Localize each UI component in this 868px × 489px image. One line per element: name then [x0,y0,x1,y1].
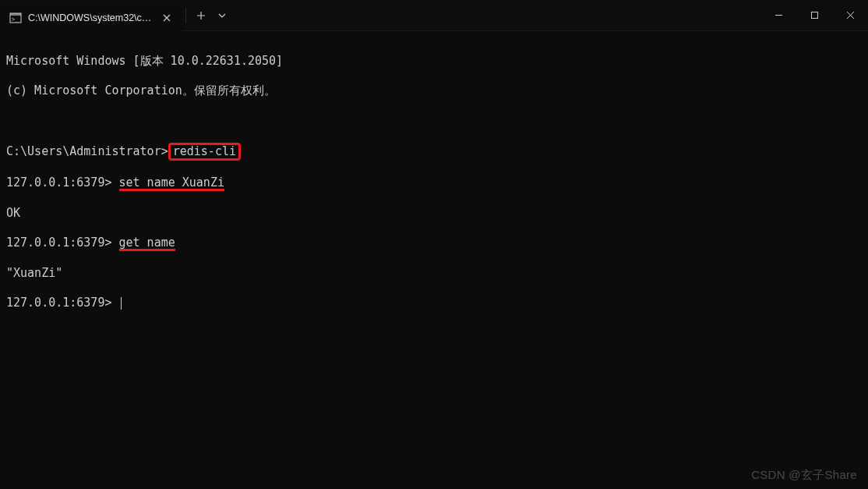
terminal-line: C:\Users\Administrator>redis-cli [6,143,862,161]
cmd-prompt: C:\Users\Administrator> [6,144,168,158]
highlighted-command: get name [119,237,175,251]
maximize-button[interactable] [796,0,832,30]
svg-rect-1 [10,13,21,16]
minimize-button[interactable] [760,0,796,30]
svg-text:>_: >_ [12,16,19,23]
svg-rect-3 [811,12,817,19]
titlebar: >_ C:\WINDOWS\system32\cmd. [0,0,868,31]
cmd-icon: >_ [9,12,22,24]
tab-dropdown-button[interactable] [213,4,231,27]
terminal-output[interactable]: Microsoft Windows [版本 10.0.22631.2050] (… [0,31,868,333]
terminal-line: "XuanZi" [6,266,862,281]
redis-prompt: 127.0.0.1:6379> [6,236,119,250]
redis-prompt: 127.0.0.1:6379> [6,175,119,190]
terminal-line: Microsoft Windows [版本 10.0.22631.2050] [6,54,862,69]
highlighted-command: set name XuanZi [119,177,224,191]
window-controls [760,0,868,30]
titlebar-left: >_ C:\WINDOWS\system32\cmd. [0,0,231,30]
terminal-line: 127.0.0.1:6379> [6,296,862,310]
highlighted-command: redis-cli [168,143,241,161]
cursor [121,297,122,310]
terminal-line: 127.0.0.1:6379> set name XuanZi [6,175,862,191]
close-button[interactable] [832,0,868,30]
terminal-line: 127.0.0.1:6379> get name [6,236,862,251]
tab-close-button[interactable] [159,10,175,26]
redis-prompt: 127.0.0.1:6379> [6,296,119,310]
tab-divider [185,8,186,23]
tab-active[interactable]: >_ C:\WINDOWS\system32\cmd. [0,5,182,31]
new-tab-button[interactable] [189,4,213,27]
terminal-line [6,113,862,128]
tab-title: C:\WINDOWS\system32\cmd. [28,12,153,23]
watermark: CSDN @玄子Share [751,468,857,483]
terminal-line: OK [6,206,862,221]
terminal-line: (c) Microsoft Corporation。保留所有权利。 [6,83,862,98]
